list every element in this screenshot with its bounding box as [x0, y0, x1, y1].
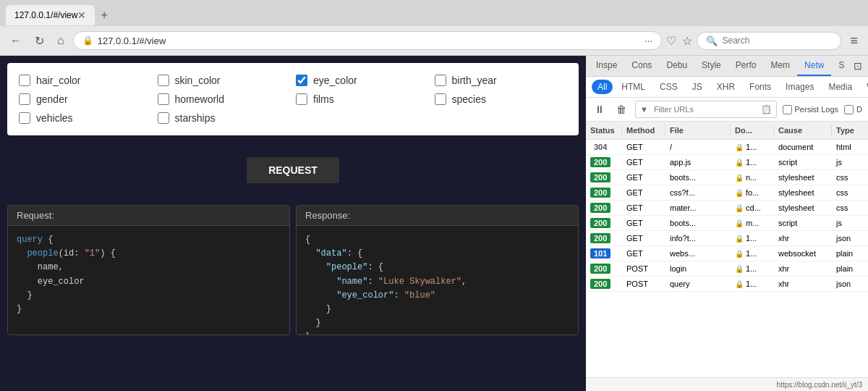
network-col-type: Type [832, 125, 868, 136]
network-subtab-all[interactable]: All [592, 80, 613, 94]
network-row[interactable]: 200GETboots...🔒 n...stylesheetcss [586, 170, 868, 185]
network-subtab-xhr[interactable]: XHR [711, 80, 741, 94]
filter-icon-btn[interactable]: 📋 [761, 104, 772, 114]
network-subtab-ws[interactable]: WS [861, 80, 868, 94]
network-row[interactable]: 200GETmater...🔒 cd...stylesheetcss [586, 201, 868, 216]
disable-cache-label[interactable]: D [844, 105, 862, 114]
checkbox-films[interactable] [296, 93, 307, 105]
address-bar[interactable]: 🔒 127.0.0.1/#/view ··· [73, 31, 663, 50]
clear-btn[interactable]: 🗑 [613, 102, 629, 117]
home-btn[interactable]: ⌂ [53, 33, 69, 49]
address-text: 127.0.0.1/#/view [98, 35, 644, 46]
network-row[interactable]: 200POSTquery🔒 1...xhrjson [586, 277, 868, 292]
address-more-btn[interactable]: ··· [644, 35, 653, 46]
checkbox-item-birth_year[interactable]: birth_year [435, 75, 568, 86]
filter-input[interactable] [648, 103, 761, 116]
network-cell-method: GET [622, 201, 665, 214]
network-row[interactable]: 200GETboots...🔒 m...scriptjs [586, 216, 868, 231]
checkbox-item-hair_color[interactable]: hair_color [19, 75, 152, 86]
tab-label: 127.0.0.1/#/view [14, 10, 77, 20]
checkbox-homeworld[interactable] [158, 93, 169, 105]
network-cell-file: login [665, 262, 731, 275]
network-cell-type: js [832, 156, 868, 169]
network-row[interactable]: 200GETapp.js🔒 1...scriptjs [586, 155, 868, 170]
checkbox-label-birth_year: birth_year [452, 75, 497, 86]
devtools-footer: https://blog.csdn.net/ii_yt/3 [586, 377, 868, 391]
response-code: { "data": { "people": { "name": "Luke Sk… [297, 226, 578, 335]
status-badge: 304 [590, 142, 610, 152]
disable-cache-checkbox[interactable] [844, 105, 854, 114]
checkbox-item-films[interactable]: films [296, 93, 429, 105]
new-tab-btn[interactable]: + [101, 9, 107, 22]
network-subtab-css[interactable]: CSS [654, 80, 684, 94]
network-cell-cause: script [774, 156, 832, 169]
checkbox-eye_color[interactable] [296, 75, 307, 86]
star-btn[interactable]: ☆ [682, 34, 692, 48]
tab-close-btn[interactable]: ✕ [77, 9, 86, 21]
nav-actions: ♡ ☆ [666, 34, 692, 48]
devtools-tab-debu[interactable]: Debu [659, 56, 694, 76]
network-cell-cause: stylesheet [774, 171, 832, 184]
devtools-tab-perfo[interactable]: Perfo [728, 56, 764, 76]
checkbox-item-gender[interactable]: gender [19, 93, 152, 105]
devtools-tab-inspe[interactable]: Inspe [589, 56, 624, 76]
lock-icon: 🔒 [735, 280, 744, 288]
checkbox-starships[interactable] [158, 112, 169, 124]
devtools-tab-cons[interactable]: Cons [624, 56, 659, 76]
network-cell-cause: document [774, 140, 832, 154]
network-cell-cause: xhr [774, 232, 832, 245]
refresh-btn[interactable]: ↻ [30, 33, 48, 49]
checkbox-item-homeworld[interactable]: homeworld [158, 93, 291, 105]
request-button[interactable]: REQUEST [247, 157, 339, 183]
lock-icon: 🔒 [735, 174, 744, 182]
network-cell-file: / [665, 140, 731, 154]
persist-logs-label[interactable]: Persist Logs [783, 105, 839, 114]
status-badge: 200 [590, 279, 610, 289]
checkbox-birth_year[interactable] [435, 75, 446, 86]
persist-logs-checkbox[interactable] [783, 105, 792, 114]
checkbox-item-skin_color[interactable]: skin_color [158, 75, 291, 86]
network-cell-type: plain [832, 247, 868, 260]
checkbox-gender[interactable] [19, 93, 30, 105]
devtools-tab-netw[interactable]: Netw [797, 56, 831, 76]
checkbox-hair_color[interactable] [19, 75, 30, 86]
devtools-icon-group: ⊡⊟⊞⋮ [851, 56, 868, 76]
checkbox-item-eye_color[interactable]: eye_color [296, 75, 429, 86]
tab-bar: 127.0.0.1/#/view ✕ + [0, 0, 868, 26]
checkbox-skin_color[interactable] [158, 75, 169, 86]
footer-url: https://blog.csdn.net/ii_yt/3 [777, 381, 862, 389]
network-subtab-html[interactable]: HTML [616, 80, 651, 94]
checkbox-vehicles[interactable] [19, 112, 30, 124]
search-box[interactable]: 🔍 [697, 32, 841, 50]
checkbox-species[interactable] [435, 93, 446, 105]
network-col-method: Method [622, 125, 665, 136]
network-subtab-media[interactable]: Media [822, 80, 858, 94]
checkbox-label-films: films [313, 93, 334, 105]
network-row[interactable]: 200GETinfo?t...🔒 1...xhrjson [586, 231, 868, 246]
network-subtab-js[interactable]: JS [686, 80, 708, 94]
back-btn[interactable]: ← [6, 33, 26, 49]
network-cell-file: app.js [665, 156, 731, 169]
bookmark-btn[interactable]: ♡ [666, 34, 676, 48]
network-row[interactable]: 200GETcss?f...🔒 fo...stylesheetcss [586, 185, 868, 201]
network-cell-type: json [832, 232, 868, 245]
devtools-tab-s[interactable]: S [831, 56, 851, 76]
status-badge: 200 [590, 264, 610, 274]
checkbox-item-starships[interactable]: starships [158, 112, 291, 124]
pause-btn[interactable]: ⏸ [592, 102, 608, 117]
checkbox-item-vehicles[interactable]: vehicles [19, 112, 152, 124]
active-tab[interactable]: 127.0.0.1/#/view ✕ [6, 5, 95, 25]
devtools-tab-mem[interactable]: Mem [763, 56, 797, 76]
network-cell-method: GET [622, 156, 665, 169]
menu-btn[interactable]: ≡ [846, 32, 862, 50]
devtools-tab-style[interactable]: Style [694, 56, 728, 76]
network-subtab-fonts[interactable]: Fonts [744, 80, 777, 94]
network-row[interactable]: 304GET/🔒 1...documenthtml [586, 140, 868, 155]
network-row[interactable]: 200POSTlogin🔒 1...xhrplain [586, 261, 868, 277]
checkbox-label-starships: starships [175, 112, 216, 124]
devtools-icon-btn-0[interactable]: ⊡ [851, 58, 864, 74]
checkbox-item-species[interactable]: species [435, 93, 568, 105]
network-subtab-images[interactable]: Images [780, 80, 820, 94]
search-input[interactable] [722, 35, 832, 46]
network-row[interactable]: 101GETwebs...🔒 1...websocketplain [586, 246, 868, 261]
